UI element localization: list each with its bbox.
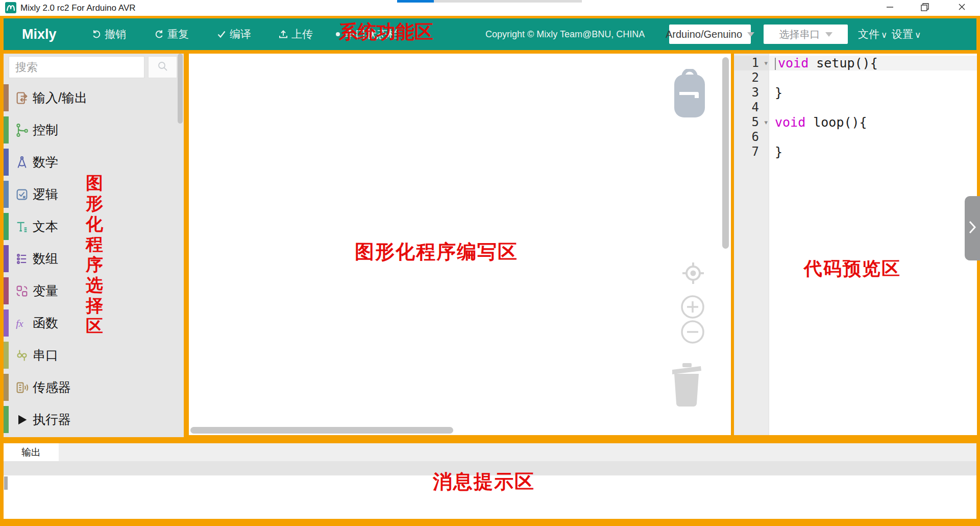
category-label: 串口 [33,347,58,364]
main-toolbar: Mixly 撤销重复编译上传串口状态栏 Copyright © Mixly Te… [4,18,976,50]
toolbar-serial-status-button[interactable]: 串口状态栏 [334,18,398,50]
chevron-down-icon [747,32,754,37]
sidebar-item-io[interactable]: 输入/输出 [4,82,177,114]
board-select[interactable]: Arduino/Genuino [669,25,751,44]
category-color-bar [4,245,9,272]
sidebar-item-array[interactable]: 数组 [4,243,177,275]
sidebar-item-actuator[interactable]: 执行器 [4,403,177,436]
category-color-bar [4,406,9,433]
control-icon [15,123,29,137]
tab-output[interactable]: 输出 [4,443,59,461]
logic-icon [15,187,29,202]
code-line: 3} [734,85,977,100]
zoom-out-button[interactable] [680,320,705,346]
line-number: 4 [734,100,769,115]
category-label: 逻辑 [33,186,58,203]
line-number: 7 [734,145,769,159]
menu-settings[interactable]: 设置∨ [892,18,921,51]
restore-button[interactable] [913,0,937,16]
sensor-icon [15,380,29,395]
toolbar-redo-button[interactable]: 重复 [154,18,189,50]
category-label: 数组 [33,250,58,267]
fold-toggle-icon[interactable]: ▾ [764,115,768,130]
plus-icon [680,295,705,319]
code-text: void setup(){ [769,56,977,70]
canvas-vertical-scrollbar[interactable] [722,57,729,249]
line-number: 5▾ [734,115,769,130]
canvas-horizontal-scrollbar[interactable] [190,427,453,434]
category-label: 文本 [33,218,58,235]
line-number: 6 [734,130,769,145]
code-line: 4 [734,100,977,115]
toolbar-upload-button[interactable]: 上传 [278,18,313,50]
sidebar-item-function[interactable]: fx函数 [4,307,177,339]
code-line: 7} [734,145,977,159]
search-input[interactable] [9,56,144,78]
minimize-icon [886,3,894,13]
mixly-logo-icon [5,2,16,13]
board-select-value: Arduino/Genuino [666,29,742,40]
io-icon [15,91,29,105]
sidebar-item-sensor[interactable]: 传感器 [4,371,177,403]
code-text [769,130,977,145]
restore-icon [921,3,929,13]
category-label: 执行器 [33,411,71,428]
code-text: } [769,145,977,159]
loading-progress-bar [397,0,582,3]
check-icon [216,29,227,39]
line-number: 2 [734,70,769,85]
minimize-button[interactable] [878,0,901,16]
code-line: 5▾void loop(){ [734,115,977,130]
code-line: 1▾void setup(){ [734,56,977,70]
category-color-bar [4,374,9,401]
category-color-bar [4,213,9,240]
title-bar: Mixly 2.0 rc2 For Arduino AVR [0,0,980,16]
category-label: 函数 [33,315,58,331]
blockly-workspace[interactable] [189,54,731,435]
sidebar-item-control[interactable]: 控制 [4,114,177,146]
search-button[interactable] [148,56,177,78]
upload-icon [278,29,288,39]
chevron-down-icon: ∨ [915,30,921,40]
category-color-bar [4,84,9,111]
port-select-value: 选择串口 [779,28,820,41]
zoom-in-button[interactable] [680,295,705,321]
code-preview-panel[interactable]: 1▾void setup(){23}45▾void loop(){67} [734,54,977,435]
menu-file[interactable]: 文件∨ [858,18,887,51]
text-cursor [775,58,776,70]
window-title: Mixly 2.0 rc2 For Arduino AVR [20,0,136,16]
category-color-bar [4,149,9,176]
category-label: 控制 [33,122,58,138]
code-text [769,100,977,115]
sidebar-item-text[interactable]: 文本 [4,210,177,243]
variable-icon [15,284,29,298]
minus-icon [680,320,705,344]
center-view-button[interactable] [681,261,705,288]
chevron-down-icon [825,32,832,37]
search-icon [157,60,169,75]
sidebar-item-variable[interactable]: 变量 [4,275,177,307]
trash-icon[interactable] [670,362,703,410]
toolbar-compile-button[interactable]: 编译 [216,18,251,50]
message-output-area[interactable] [4,475,976,519]
copyright-text: Copyright © Mixly Team@BNU, CHINA [485,18,645,50]
toolbar-item-label: 串口状态栏 [345,27,398,41]
backpack-icon[interactable] [674,69,705,119]
close-button[interactable] [950,0,973,16]
output-scrollbar[interactable] [4,476,8,490]
output-toolbar-strip [4,461,976,475]
sidebar-item-serial[interactable]: 串口 [4,339,177,371]
text-icon [15,220,29,234]
toolbar-item-label: 编译 [230,27,251,41]
port-select[interactable]: 选择串口 [764,25,848,44]
sidebar-item-math[interactable]: 数学 [4,146,177,178]
toolbar-undo-button[interactable]: 撤销 [91,18,126,50]
target-icon [681,261,705,285]
code-text [769,70,977,85]
sidebar-scrollbar[interactable] [178,54,183,124]
toolbar-item-label: 重复 [167,27,189,41]
fold-toggle-icon[interactable]: ▾ [764,56,768,70]
sidebar-item-logic[interactable]: 逻辑 [4,178,177,210]
category-label: 变量 [33,282,58,299]
panel-collapse-handle[interactable] [965,196,980,260]
